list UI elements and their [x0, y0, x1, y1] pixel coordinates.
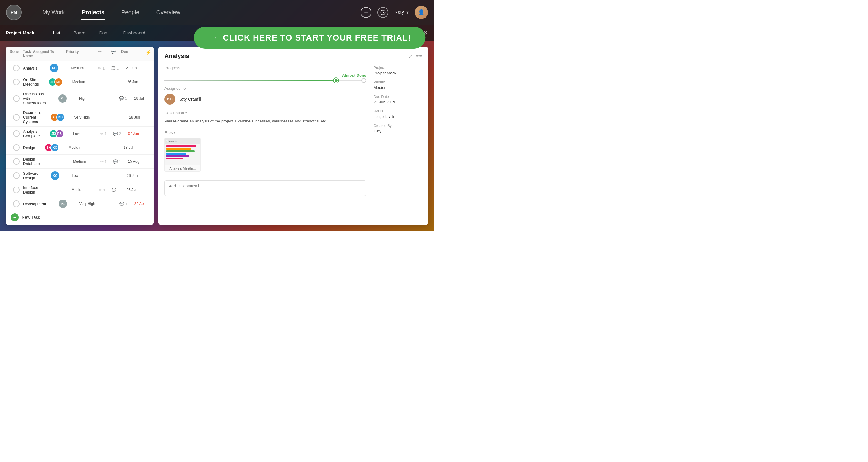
- edit-icon[interactable]: ✏ 1: [100, 159, 113, 164]
- comment-icon[interactable]: 💬 1: [119, 202, 134, 206]
- col-comment: 💬: [106, 50, 121, 58]
- nav-item-mywork[interactable]: My Work: [34, 6, 73, 19]
- task-name[interactable]: Document Current Systems: [23, 110, 41, 124]
- nav-item-projects[interactable]: Projects: [73, 6, 113, 19]
- task-name[interactable]: Analysis: [23, 66, 37, 70]
- assigned-section: Assigned To KC Katy Cranfill: [164, 86, 366, 104]
- comment-input[interactable]: [164, 180, 366, 196]
- assignee-avatar: KC: [164, 94, 175, 104]
- task-checkbox[interactable]: [13, 201, 20, 207]
- task-name[interactable]: Software Design: [23, 171, 38, 180]
- table-row: On-Site Meetings JD MK Medium 26 Jun: [6, 75, 154, 89]
- task-checkbox[interactable]: [13, 158, 20, 165]
- tab-dashboard[interactable]: Dashboard: [116, 28, 152, 38]
- avatar: MK: [54, 78, 63, 86]
- comment-icon[interactable]: 💬 2: [112, 188, 127, 192]
- task-checkbox[interactable]: [13, 130, 20, 137]
- task-rows: Analysis KC Medium ✏ 1 💬 1 21 Jun On-Sit…: [6, 61, 154, 210]
- edit-icon[interactable]: ✏ 1: [98, 66, 111, 70]
- meta-created-label: Created By: [374, 124, 422, 128]
- meta-logged-label: Logged:: [374, 115, 386, 119]
- task-checkbox[interactable]: [13, 187, 20, 193]
- task-checkbox[interactable]: [13, 95, 20, 102]
- logo-badge[interactable]: PM: [6, 4, 22, 20]
- expand-icon[interactable]: ⤢: [408, 53, 412, 60]
- add-button[interactable]: +: [361, 7, 371, 18]
- file-thumbnail[interactable]: 📊 Analysis Analysis-Meetin.: [164, 138, 201, 172]
- meta-project-value: Project Mock: [374, 71, 422, 75]
- task-checkbox[interactable]: [13, 65, 20, 71]
- task-checkbox[interactable]: [13, 79, 20, 85]
- due-date: 15 Aug: [128, 159, 152, 163]
- file-bar: [166, 153, 186, 154]
- detail-header-icons: ⤢ •••: [408, 53, 422, 60]
- file-bar: [166, 150, 195, 152]
- task-checkbox[interactable]: [13, 144, 20, 151]
- tab-board[interactable]: Board: [67, 28, 92, 38]
- meta-created-value: Katy: [374, 129, 422, 133]
- assigned-multi: AL KC: [50, 113, 65, 122]
- meta-priority-value: Medium: [374, 85, 422, 90]
- user-avatar[interactable]: 👤: [415, 6, 428, 19]
- new-task-label: New Task: [22, 215, 40, 220]
- task-name[interactable]: Development: [23, 202, 46, 206]
- detail-title: Analysis: [164, 53, 189, 60]
- table-row: Software Design KC Low 26 Jun: [6, 169, 154, 183]
- task-name[interactable]: On-Site Meetings: [23, 78, 39, 87]
- priority-label: Low: [73, 131, 100, 136]
- description-label[interactable]: Description ▾: [164, 111, 366, 115]
- task-name[interactable]: Analysis Complete: [23, 129, 40, 138]
- priority-label: Medium: [72, 188, 99, 192]
- user-menu[interactable]: Katy ▾: [395, 10, 409, 15]
- avatar: RB: [55, 129, 64, 138]
- task-name[interactable]: Discussions with Stakeholders: [23, 92, 46, 105]
- meta-priority: Priority Medium: [374, 80, 422, 90]
- cta-banner[interactable]: → CLICK HERE TO START YOUR FREE TRIAL!: [194, 27, 425, 49]
- assigned-detail: KC Katy Cranfill: [164, 94, 366, 104]
- col-task-name: Task Name: [23, 50, 33, 58]
- meta-project-label: Project: [374, 66, 422, 70]
- task-name[interactable]: Design: [23, 146, 35, 150]
- new-task-plus-icon: +: [11, 213, 19, 221]
- more-options-icon[interactable]: •••: [416, 53, 422, 60]
- nav-right: + Katy ▾ 👤: [361, 6, 428, 19]
- assigned-multi: JD RB: [49, 129, 64, 138]
- meta-hours-label: Hours: [374, 109, 422, 113]
- avatar: KC: [51, 143, 59, 152]
- comment-icon[interactable]: 💬 1: [113, 159, 128, 164]
- task-name[interactable]: Interface Design: [23, 185, 38, 194]
- tab-list[interactable]: List: [46, 28, 66, 38]
- filter-icon[interactable]: ⚡: [145, 50, 154, 58]
- detail-left: Progress Almost Done Assigned To KC Katy…: [164, 66, 366, 219]
- tab-gantt[interactable]: Gantt: [92, 28, 117, 38]
- meta-priority-label: Priority: [374, 80, 422, 84]
- comment-icon[interactable]: 💬 1: [119, 96, 134, 101]
- detail-header: Analysis ⤢ •••: [164, 53, 422, 60]
- priority-label: Medium: [73, 159, 100, 163]
- task-name[interactable]: Design Database: [23, 157, 40, 166]
- file-bar: [166, 157, 183, 159]
- table-row: Document Current Systems AL KC Very High…: [6, 108, 154, 127]
- detail-body: Progress Almost Done Assigned To KC Katy…: [164, 66, 422, 219]
- progress-status: Almost Done: [164, 73, 366, 78]
- avatar: PL: [59, 199, 67, 208]
- edit-icon[interactable]: ✏ 1: [100, 131, 113, 136]
- nav-item-people[interactable]: People: [113, 6, 148, 19]
- priority-label: Very High: [74, 115, 101, 119]
- files-label[interactable]: Files ▾: [164, 130, 366, 135]
- new-task-bar[interactable]: + New Task: [6, 210, 154, 225]
- task-checkbox[interactable]: [13, 172, 20, 179]
- task-checkbox[interactable]: [13, 114, 20, 121]
- nav-item-overview[interactable]: Overview: [148, 6, 189, 19]
- table-row: Interface Design Medium ✏ 1 💬 2 26 Jun: [6, 183, 154, 197]
- detail-panel: Analysis ⤢ ••• Progress Almost Done: [158, 47, 428, 225]
- timer-button[interactable]: [377, 7, 389, 18]
- chevron-down-icon: ▾: [174, 131, 176, 134]
- progress-track[interactable]: [164, 80, 366, 81]
- table-row: Design SA KC Medium 18 Jul: [6, 141, 154, 154]
- comment-icon[interactable]: 💬 1: [111, 66, 126, 70]
- file-bar: [166, 148, 191, 150]
- main-content: Done Task Name Assigned To Priority ✏ 💬 …: [0, 40, 434, 231]
- edit-icon[interactable]: ✏ 1: [99, 188, 112, 192]
- comment-icon[interactable]: 💬 2: [113, 131, 128, 136]
